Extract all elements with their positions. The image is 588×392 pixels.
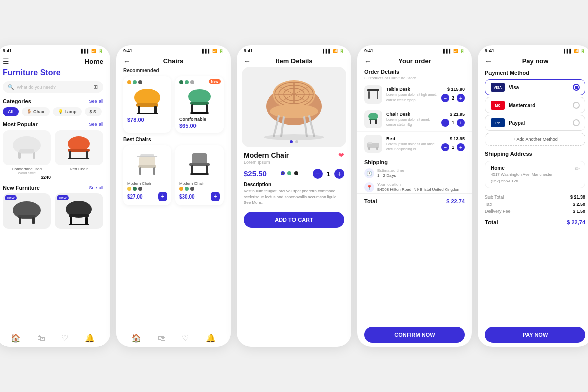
categories-list: All 🪑 Chair 💡 Lamp $ S <box>0 106 110 118</box>
product-colors <box>281 171 298 175</box>
qty-decrease-btn[interactable]: − <box>313 169 323 179</box>
battery-icon-3: 🔋 <box>339 49 344 53</box>
item-details-back-btn[interactable]: ← <box>244 57 251 65</box>
nav-bell-icon-2[interactable]: 🔔 <box>206 333 216 343</box>
svg-rect-12 <box>32 217 35 224</box>
new-item-1[interactable]: New <box>3 193 51 229</box>
ship-location-info: Your location B4568 Hilton Road, N9 Bris… <box>377 182 460 192</box>
popular-item-1[interactable]: Comfortabel Bed Wood Style $240 <box>3 130 51 180</box>
nav-home-icon-2[interactable]: 🏠 <box>131 333 141 343</box>
brand-name: Furniture Store <box>0 67 110 79</box>
cat-all-btn[interactable]: All <box>3 107 19 116</box>
product-price-row: $25.50 − 1 + <box>244 168 344 179</box>
status-time-5: 9:41 <box>485 48 494 53</box>
home-header: ☰ Home <box>0 54 110 67</box>
pay-back-btn[interactable]: ← <box>485 57 492 65</box>
order-qty-dec-1[interactable]: − <box>441 94 449 102</box>
home-scroll: Categories See all All 🪑 Chair 💡 Lamp $ … <box>0 95 110 329</box>
order-qty-dec-3[interactable]: − <box>441 143 449 151</box>
order-qty-ctrl-1: − 2 + <box>441 94 465 102</box>
order-total-label: Total <box>364 198 377 204</box>
color-black-s[interactable] <box>294 171 298 175</box>
cat-lamp-btn[interactable]: 💡 Lamp <box>53 107 82 116</box>
estimated-label: Estimated time <box>377 168 404 173</box>
nav-bell-icon[interactable]: 🔔 <box>85 333 95 343</box>
image-dots <box>290 140 298 143</box>
payment-opt-mastercard[interactable]: MC Mastercard <box>485 97 585 113</box>
signal-icon-2: ▌▌▌ <box>202 49 211 53</box>
rec-card-2[interactable]: New Co <box>175 76 224 133</box>
order-qty-inc-3[interactable]: + <box>457 143 465 151</box>
best-card-1[interactable]: Modern Chair $27.00 + <box>123 145 171 205</box>
color-yellow <box>127 187 131 191</box>
new-furniture-header: New Furniture See all <box>0 182 110 192</box>
nav-cart-icon[interactable]: 🛍 <box>37 334 45 343</box>
nav-heart-icon[interactable]: ♡ <box>61 333 68 343</box>
qty-increase-btn[interactable]: + <box>334 169 344 179</box>
order-qty-dec-2[interactable]: − <box>441 119 449 127</box>
color-dark <box>138 80 142 84</box>
svg-rect-57 <box>377 91 378 99</box>
popular-img-1 <box>3 130 51 165</box>
rec-card-1[interactable]: $78.00 <box>123 76 171 133</box>
svg-rect-64 <box>368 147 370 150</box>
payment-opt-paypal[interactable]: PP Paypal <box>485 115 585 131</box>
cat-price-btn[interactable]: $ S <box>85 107 102 116</box>
add-best-1-btn[interactable]: + <box>158 192 167 201</box>
wifi-icon-4: 📶 <box>453 49 458 53</box>
wifi-icon-3: 📶 <box>333 49 338 53</box>
item-details-header: ← Item Details <box>237 54 351 67</box>
svg-rect-24 <box>190 102 209 105</box>
search-bar[interactable]: 🔍 What do you need? ⊞ <box>3 81 103 93</box>
best-name-2: Modern Chair <box>179 181 220 186</box>
popular-see-all[interactable]: See all <box>89 122 103 127</box>
qty-number: 1 <box>327 170 330 178</box>
address-edit-icon[interactable]: ✏ <box>575 165 580 172</box>
color-dark-sel[interactable] <box>281 171 285 175</box>
recommended-label: Recommended <box>116 67 231 75</box>
menu-icon[interactable]: ☰ <box>3 57 9 65</box>
add-method-btn[interactable]: + Add Another Method <box>485 133 585 146</box>
add-to-cart-btn[interactable]: ADD TO CART <box>244 212 344 228</box>
order-qty-inc-2[interactable]: + <box>457 119 465 127</box>
new-item-2[interactable]: New <box>55 193 103 229</box>
product-name-row: Modern Chair ❤ <box>244 151 344 159</box>
svg-rect-31 <box>138 165 156 168</box>
new-furniture-see-all[interactable]: See all <box>89 185 103 190</box>
categories-see-all[interactable]: See all <box>89 99 103 104</box>
best-card-2[interactable]: Modern Chair $30.00 + <box>175 145 224 205</box>
add-best-2-btn[interactable]: + <box>211 192 220 201</box>
nav-home-icon[interactable]: 🏠 <box>11 333 21 343</box>
filter-icon[interactable]: ⊞ <box>93 84 98 90</box>
popular-item-1-price: $240 <box>3 175 51 180</box>
paypal-radio[interactable] <box>573 119 580 126</box>
color-green-s[interactable] <box>287 171 291 175</box>
screen-pay-now: 9:41 ▌▌▌ 📶 🔋 ← Pay now Payment Method VI… <box>478 45 588 347</box>
shipping-label: Shipping <box>357 156 472 167</box>
mastercard-radio[interactable] <box>573 102 580 109</box>
address-box: Home 4517 Washington Ave, Manchester (25… <box>485 161 585 188</box>
cat-chair-btn[interactable]: 🪑 Chair <box>22 107 50 116</box>
payment-opt-visa[interactable]: VISA Visa <box>485 79 585 95</box>
order-back-btn[interactable]: ← <box>364 57 371 65</box>
order-item-price-2: $ 21.95 <box>441 112 465 117</box>
battery-icon-4: 🔋 <box>460 49 465 53</box>
order-qty-inc-1[interactable]: + <box>457 94 465 102</box>
popular-item-2[interactable]: Red Chair <box>55 130 103 180</box>
nav-cart-icon-2[interactable]: 🛍 <box>158 334 166 343</box>
svg-rect-3 <box>19 149 34 153</box>
status-icons-5: ▌▌▌ 📶 🔋 <box>564 49 585 53</box>
svg-rect-26 <box>206 104 208 113</box>
svg-rect-36 <box>191 165 193 174</box>
chairs-back-btn[interactable]: ← <box>123 57 130 65</box>
nav-heart-icon-2[interactable]: ♡ <box>182 333 189 343</box>
address-section: Home 4517 Washington Ave, Manchester (25… <box>478 159 588 190</box>
favorite-icon[interactable]: ❤ <box>338 151 344 159</box>
order-total-val: $ 22,74 <box>446 198 465 204</box>
rec-img-1 <box>127 86 167 117</box>
confirm-now-btn[interactable]: CONFIRM NOW <box>364 327 465 343</box>
location-label: Your location <box>377 182 460 187</box>
search-icon: 🔍 <box>8 84 14 90</box>
visa-radio[interactable] <box>573 84 580 91</box>
pay-now-btn[interactable]: PAY NOW <box>485 327 585 343</box>
